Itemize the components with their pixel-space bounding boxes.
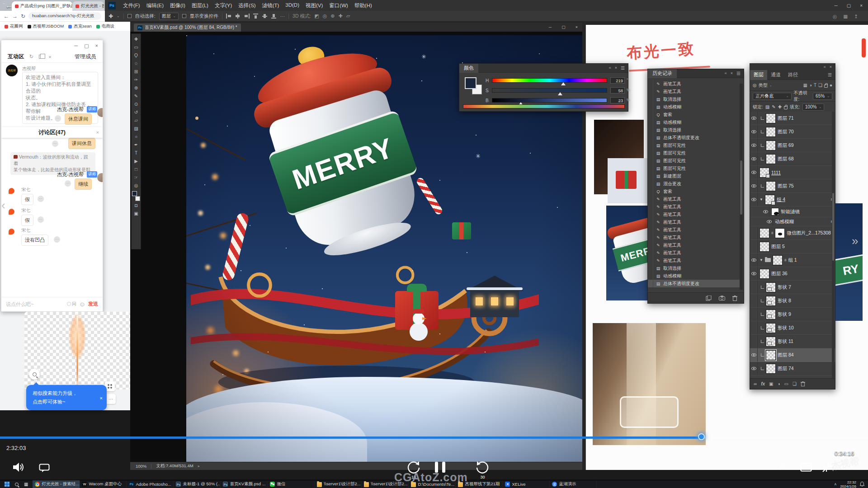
menu-item[interactable]: 3D(D) (282, 2, 302, 9)
foreground-color-swatch[interactable] (465, 77, 476, 89)
workspace-grid-icon[interactable]: ▦ (843, 14, 848, 19)
history-item[interactable]: 动感模糊 (648, 272, 741, 280)
tab-interaction[interactable]: 互动区 (8, 53, 24, 61)
hue-value[interactable]: 219 (610, 77, 625, 84)
lock-position-icon[interactable]: ✚ (778, 104, 782, 109)
volume-icon[interactable] (13, 462, 25, 473)
layer-name[interactable]: 动感模糊 (775, 219, 794, 225)
visibility-eye-icon[interactable] (751, 272, 756, 275)
url-bar[interactable]: huaban.com/search?q=灯光光效 (28, 12, 101, 20)
layer-name[interactable]: 图层 75 (778, 183, 794, 189)
layer-row[interactable]: ▼ 8 图层 71 ⇆ (750, 112, 835, 125)
history-source-checkbox[interactable] (648, 226, 653, 234)
new-layer-icon[interactable]: ❏ (793, 381, 797, 386)
history-item[interactable]: 取消选择 (648, 264, 741, 272)
shape-tool[interactable]: □ (132, 165, 140, 173)
doc-restore-icon[interactable]: ▢ (561, 25, 566, 29)
3d-roll-icon[interactable]: ◎ (323, 13, 327, 19)
doc-close-icon[interactable]: × (576, 25, 578, 29)
layer-row[interactable]: ▼ 8 图层 36 ⇆ (750, 267, 835, 281)
taskbar-app[interactable]: \\server1\设计部2... (315, 480, 362, 488)
layer-row[interactable]: ▼ 8 图层 84 ⇆ (750, 348, 835, 362)
filter-toggle-icon[interactable]: ● (830, 83, 832, 88)
layer-thumbnail[interactable] (766, 113, 776, 123)
lasso-tool[interactable]: Ϙ (132, 52, 140, 59)
history-source-checkbox[interactable] (648, 211, 653, 218)
layer-name[interactable]: 组 1 (788, 257, 797, 263)
layer-name[interactable]: 图层 70 (778, 129, 794, 135)
brightness-value[interactable]: 23 (610, 97, 625, 103)
layer-name[interactable]: 图层 71 (778, 115, 794, 122)
layer-thumbnail[interactable] (771, 208, 779, 216)
layer-row[interactable]: ▼ 8 形状 10 ⇆ (750, 321, 835, 335)
menu-item[interactable]: 编辑(E) (143, 2, 167, 9)
gradient-tool[interactable]: ▨ (132, 125, 140, 132)
history-source-checkbox[interactable] (648, 280, 653, 287)
layer-row[interactable]: ▼ 8 形状 8 ⇆ (750, 294, 835, 308)
3d-slide-icon[interactable]: ✚ (339, 13, 343, 19)
history-item[interactable]: 混合更改 (648, 180, 741, 188)
hue-slider[interactable] (492, 78, 607, 83)
maximize-icon[interactable]: ▢ (847, 3, 851, 8)
history-item[interactable]: 图层可见性 (648, 157, 741, 164)
layer-style-icon[interactable]: fx (761, 381, 765, 386)
feature-tooltip[interactable]: 相似搜索能力升级， 点击即可体验~ × (26, 385, 107, 410)
share-icon[interactable]: ↥ (854, 14, 858, 19)
panel-menu-icon[interactable]: ☰ (828, 72, 835, 77)
new-snapshot-icon[interactable] (719, 296, 725, 300)
visibility-eye-icon[interactable] (763, 210, 768, 213)
visibility-eye-icon[interactable] (751, 258, 756, 262)
magic-wand-tool[interactable]: ☆ (132, 60, 140, 67)
history-source-checkbox[interactable] (648, 234, 653, 241)
layer-name[interactable]: 图层 74 (778, 366, 794, 372)
history-item[interactable]: 画笔工具 (648, 249, 741, 257)
tray-expand-icon[interactable]: ˄ (834, 482, 836, 487)
history-item[interactable]: 画笔工具 (648, 218, 741, 226)
layer-row[interactable]: ▼ 8 图层 70 ⇆ (750, 125, 835, 139)
history-source-checkbox[interactable] (648, 195, 653, 203)
history-scrollbar[interactable] (740, 84, 743, 290)
panel-close-icon[interactable]: × (615, 66, 617, 70)
menu-item[interactable]: 选择(S) (235, 2, 259, 9)
layer-thumbnail[interactable] (765, 195, 775, 205)
auto-select-target-dropdown[interactable]: 图层⌄ (159, 13, 179, 20)
history-source-checkbox[interactable] (648, 272, 653, 280)
visibility-eye-icon[interactable] (751, 171, 756, 174)
history-source-checkbox[interactable] (648, 203, 653, 211)
tab-close-icon[interactable]: × (48, 54, 51, 60)
align-top-icon[interactable] (253, 14, 259, 19)
opacity-dropdown[interactable]: 65% ⌄ (813, 93, 832, 100)
history-item[interactable]: 画笔工具 (648, 226, 741, 234)
lock-transparent-icon[interactable]: ▨ (765, 104, 769, 109)
menu-item[interactable]: 视图(V) (302, 2, 326, 9)
task-view-icon[interactable]: ▦ (24, 482, 28, 487)
layer-name[interactable]: 图层 69 (778, 142, 794, 149)
layer-name[interactable]: 形状 11 (778, 338, 793, 345)
zoom-tool[interactable]: ◎ (132, 182, 140, 189)
adjustment-layer-icon[interactable]: ◑ (778, 381, 780, 386)
visibility-eye-icon[interactable] (767, 220, 772, 223)
player-back-icon[interactable]: ← (5, 2, 13, 10)
filter-type-label[interactable]: 类型 (759, 82, 768, 89)
layer-name[interactable]: 智能滤镜 (781, 209, 800, 215)
history-item[interactable]: 取消选择 (648, 126, 741, 134)
history-source-checkbox[interactable] (648, 95, 653, 103)
visibility-eye-icon[interactable] (751, 144, 756, 147)
history-item[interactable]: 画笔工具 (648, 195, 741, 203)
chat-minimize-icon[interactable]: ─ (74, 43, 78, 48)
eraser-tool[interactable]: ▱ (132, 117, 140, 124)
layer-row[interactable]: ▼ 8 图层 69 ⇆ (750, 139, 835, 152)
history-item[interactable]: 画笔工具 (648, 211, 741, 218)
menu-item[interactable]: 文件(F) (120, 2, 143, 9)
history-source-checkbox[interactable] (648, 88, 653, 95)
collapse-icon[interactable]: « (609, 66, 611, 70)
notification-bell-icon[interactable] (860, 482, 864, 487)
popout-icon[interactable] (39, 55, 43, 59)
layer-thumbnail[interactable] (766, 282, 776, 292)
message-menu-icon[interactable]: ··· (65, 180, 71, 187)
layer-name[interactable]: 图层 5 (771, 244, 785, 250)
history-source-checkbox[interactable] (648, 103, 653, 111)
similar-search-button[interactable] (29, 369, 40, 380)
history-item[interactable]: 画笔工具 (648, 257, 741, 264)
menu-item[interactable]: 窗口(W) (326, 2, 351, 9)
